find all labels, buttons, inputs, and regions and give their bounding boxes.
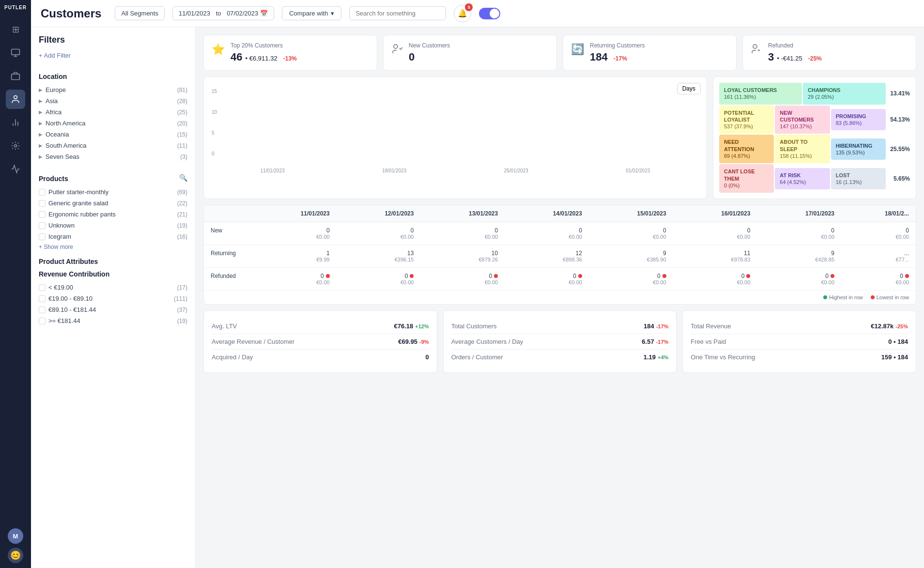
add-filter-button[interactable]: + Add Filter [39,52,71,59]
table-header: 18/01/2... [841,205,916,222]
sidebar-icon-goals[interactable] [6,159,25,179]
sidebar-icon-dashboard[interactable]: ⊞ [6,20,25,39]
stats-card-customers: Total Customers184-17%Average Customers … [443,310,677,373]
products-header: Products 🔍 [39,169,187,186]
chart-x-label: 18/01/2023 [382,168,406,173]
location-item[interactable]: ▶Oceania(15) [39,129,187,140]
stat-label: Free vs Paid [691,338,726,345]
segment-cell[interactable]: ABOUT TO SLEEP158 (11.15%) [775,135,830,163]
kpi-new-content: New Customers 0 [409,42,549,63]
stat-row: Avg. LTV€76.18+12% [212,319,429,334]
segment-cell[interactable]: CANT LOSE THEM0 (0%) [719,164,774,193]
kpi-returning-label: Returning Customers [590,42,728,49]
stat-row: Free vs Paid0 • 184 [691,334,908,350]
compare-button[interactable]: Compare with ▾ [282,6,341,20]
chart-area: 151050 [212,89,699,166]
product-item[interactable]: Unknown(19) [39,220,187,231]
user-avatar-emoji[interactable]: 😊 [8,548,23,563]
topbar: Customers All Segments 11/01/2023 to 07/… [31,0,924,27]
segment-cell[interactable]: NEED ATTENTION69 (4.87%) [719,135,774,163]
chart-y-label: 0 [212,151,217,156]
kpi-new-label: New Customers [409,42,549,49]
segment-cell[interactable]: LOYAL CUSTOMERS161 (11.36%) [719,83,802,105]
table-row-label: New [204,222,252,245]
product-item[interactable]: Generic granite salad(22) [39,198,187,209]
segment-row: POTENTIAL LOYALIST537 (37.9%)NEW CUSTOME… [719,106,910,134]
product-item[interactable]: Icegram(16) [39,231,187,242]
show-more-button[interactable]: + Show more [39,244,73,250]
products-search-icon[interactable]: 🔍 [179,174,187,182]
table-cell: 0€0.00 [673,268,757,291]
table-cell: 0€0.00 [420,268,505,291]
location-item[interactable]: ▶Asia(28) [39,95,187,107]
sidebar: PUTLER ⊞ M 😊 [0,0,31,568]
filters-title: Filters [39,35,187,45]
table-cell: 0€0.00 [589,222,673,245]
user-avatar-m[interactable]: M [8,528,23,544]
revenue-item[interactable]: >= €181.44(19) [39,315,187,326]
revenue-item[interactable]: €89.10 - €181.44(37) [39,304,187,315]
kpi-refunded: Refunded 3 • -€41.25 -25% [742,35,916,71]
segment-cell[interactable]: LOST16 (1.13%) [831,168,886,190]
sidebar-icon-reports[interactable] [6,113,25,132]
location-item[interactable]: ▶South America(11) [39,140,187,151]
revenue-item[interactable]: < €19.00(17) [39,282,187,293]
sidebar-icon-revenue[interactable] [6,43,25,62]
location-item[interactable]: ▶Africa(25) [39,107,187,118]
table-row-label: Refunded [204,268,252,291]
calendar-icon: 📅 [260,10,268,17]
table-cell: 12€898.36 [505,245,589,268]
product-item[interactable]: Putler starter-monthly(69) [39,186,187,198]
segment-cell[interactable]: POTENTIAL LOYALIST537 (37.9%) [719,106,774,134]
customers-table: 11/01/202312/01/202313/01/202314/01/2023… [204,205,916,291]
segment-cell[interactable]: NEW CUSTOMERS147 (10.37%) [775,106,830,134]
sidebar-icon-products[interactable] [6,66,25,86]
products-section: Products 🔍 Putler starter-monthly(69)Gen… [39,169,187,251]
stat-row: Acquired / Day0 [212,350,429,365]
chart-x-label: 25/01/2023 [504,168,528,173]
segment-cell[interactable]: CHAMPIONS29 (2.05%) [803,83,886,105]
notification-button[interactable]: 🔔 5 [454,5,471,22]
location-item[interactable]: ▶Seven Seas(3) [39,151,187,162]
location-item[interactable]: ▶Europe(81) [39,84,187,95]
table-legend: Highest in row Lowest in row [204,291,916,304]
legend-lowest-dot [871,295,875,299]
search-input[interactable] [349,6,446,20]
table-row-label: Returning [204,245,252,268]
segment-cell[interactable]: AT RISK64 (4.52%) [775,168,830,190]
stat-label: Average Revenue / Customer [212,338,294,345]
kpi-top20: ⭐ Top 20% Customers 46 • €6,911.32 -13% [203,35,377,71]
kpi-refunded-value: 3 • -€41.25 -25% [768,51,908,63]
revenue-item[interactable]: €19.00 - €89.10(111) [39,293,187,304]
legend-highest: Highest in row [823,294,863,300]
kpi-returning: 🔄 Returning Customers 184 -17% [563,35,737,71]
stat-label: Total Customers [451,322,497,330]
chart-card: Days 151050 11/01/202318/01/202325/01/20… [203,77,707,199]
sidebar-icon-integrations[interactable] [6,136,25,155]
location-list: ▶Europe(81)▶Asia(28)▶Africa(25)▶North Am… [39,84,187,162]
segment-selector[interactable]: All Segments [115,6,165,20]
table-cell: 0€0.00 [337,222,421,245]
stat-badge: -25% [895,323,908,329]
stat-label: Orders / Customer [451,353,503,361]
chart-y-label: 15 [212,89,217,94]
table-scroll[interactable]: 11/01/202312/01/202313/01/202314/01/2023… [204,205,916,291]
view-toggle[interactable] [479,8,500,19]
date-range-picker[interactable]: 11/01/2023 to 07/02/2023 📅 [172,6,274,20]
products-list: Putler starter-monthly(69)Generic granit… [39,186,187,242]
app-logo: PUTLER [4,5,27,10]
location-item[interactable]: ▶North America(20) [39,118,187,129]
stat-badge: -17% [656,339,669,345]
kpi-refunded-content: Refunded 3 • -€41.25 -25% [768,42,908,63]
sidebar-icon-customers[interactable] [6,90,25,109]
segment-cell[interactable]: HIBERNATING135 (9.53%) [831,138,886,160]
segment-row: NEED ATTENTION69 (4.87%)ABOUT TO SLEEP15… [719,135,910,163]
revenue-contribution-title: Revenue Contribution [39,270,187,278]
left-panel: Filters + Add Filter Location ▶Europe(81… [31,27,196,568]
product-item[interactable]: Ergonomic rubber pants(21) [39,209,187,220]
product-attributes-title: Product Attributes [39,258,187,265]
chart-x-label: 01/02/2023 [626,168,650,173]
stat-badge: -9% [419,339,429,345]
stat-row: One Time vs Recurring159 • 184 [691,350,908,365]
segment-cell[interactable]: PROMISING83 (5.86%) [831,109,886,131]
